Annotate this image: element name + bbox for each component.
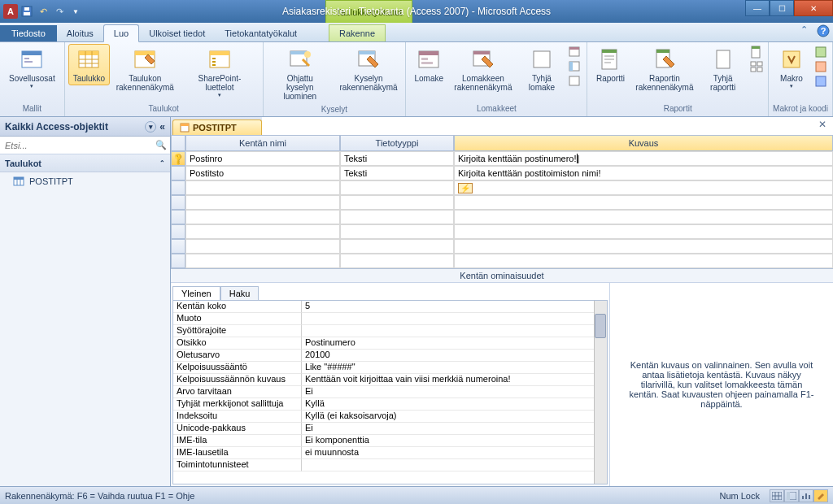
field-desc-2[interactable]: Kirjoita kenttään postitoimiston nimi! xyxy=(454,166,833,180)
blank-cell[interactable] xyxy=(185,239,340,254)
property-row[interactable]: Unicode-pakkausEi xyxy=(173,423,607,435)
close-tab-button[interactable]: ✕ xyxy=(813,117,831,132)
property-value[interactable]: Ei xyxy=(302,423,607,435)
blank-cell[interactable] xyxy=(340,180,454,195)
blank-cell[interactable] xyxy=(185,210,340,224)
row-selector-empty[interactable] xyxy=(171,224,185,239)
maximize-button[interactable]: ☐ xyxy=(770,0,794,16)
report-wizard-icon[interactable] xyxy=(750,46,763,59)
blank-cell[interactable] xyxy=(340,224,454,239)
property-value[interactable]: 5 xyxy=(302,301,607,313)
redo-icon[interactable]: ↷ xyxy=(52,4,67,19)
property-row[interactable]: Tyhjät merkkijonot sallittujaKyllä xyxy=(173,398,607,411)
property-value[interactable]: Kyllä xyxy=(302,398,607,411)
application-parts-button[interactable]: Sovellusosat ▾ xyxy=(3,44,61,92)
row-selector-empty[interactable] xyxy=(171,195,185,210)
blank-cell[interactable] xyxy=(454,239,833,254)
sharepoint-lists-button[interactable]: SharePoint-luettelot ▾ xyxy=(180,44,259,101)
property-row[interactable]: Oletusarvo20100 xyxy=(173,350,607,362)
query-design-button[interactable]: Kyselyn rakennenäkymä xyxy=(335,44,402,94)
access-app-icon[interactable]: A xyxy=(3,4,18,19)
minimize-button[interactable]: — xyxy=(745,0,770,16)
blank-cell[interactable] xyxy=(340,210,454,224)
navpane-group-tables[interactable]: Taulukot ⌃ xyxy=(0,154,170,172)
blank-cell[interactable] xyxy=(454,195,833,210)
minimize-ribbon-icon[interactable]: ⌃ xyxy=(800,24,813,37)
property-row[interactable]: Toimintotunnisteet xyxy=(173,459,607,471)
blank-cell[interactable] xyxy=(185,224,340,239)
row-selector-empty[interactable] xyxy=(171,239,185,254)
tab-design[interactable]: Rakenne xyxy=(329,24,386,41)
row-selector-2[interactable] xyxy=(171,166,185,180)
property-row[interactable]: OtsikkoPostinumero xyxy=(173,337,607,350)
labels-icon[interactable] xyxy=(750,60,763,73)
group-collapse-icon[interactable]: ⌃ xyxy=(159,159,165,167)
report-design-button[interactable]: Raportin rakennenäkymä xyxy=(631,44,697,94)
tab-database-tools[interactable]: Tietokantatyökalut xyxy=(215,25,307,41)
field-type-1[interactable]: Teksti xyxy=(340,151,454,166)
blank-cell[interactable] xyxy=(185,254,340,268)
tab-home[interactable]: Aloitus xyxy=(57,25,103,41)
property-row[interactable]: IndeksoituKyllä (ei kaksoisarvoja) xyxy=(173,411,607,423)
pivot-chart-view-button[interactable] xyxy=(799,489,813,502)
datasheet-view-button[interactable] xyxy=(770,489,784,502)
design-view-button[interactable] xyxy=(813,489,828,502)
more-forms-icon[interactable] xyxy=(569,75,582,88)
blank-report-button[interactable]: Tyhjä raportti xyxy=(699,44,747,94)
property-value[interactable] xyxy=(302,313,607,325)
form-button[interactable]: Lomake xyxy=(409,44,448,85)
tab-create[interactable]: Luo xyxy=(103,24,139,42)
doc-tab-postitpt[interactable]: POSTITPT xyxy=(172,119,262,135)
property-value[interactable]: 20100 xyxy=(302,350,607,362)
save-icon[interactable] xyxy=(20,4,34,19)
field-type-2[interactable]: Teksti xyxy=(340,166,454,180)
table-button[interactable]: Taulukko xyxy=(68,44,110,85)
vba-icon[interactable] xyxy=(814,75,827,88)
blank-cell[interactable] xyxy=(454,224,833,239)
property-value[interactable]: Postinumero xyxy=(302,337,607,350)
property-row[interactable]: IME-tilaEi komponenttia xyxy=(173,435,607,447)
property-value[interactable]: ei muunnosta xyxy=(302,447,607,459)
pivot-table-view-button[interactable] xyxy=(784,489,799,502)
field-name-2[interactable]: Postitsto xyxy=(185,166,340,180)
row-selector-1[interactable]: 🔑 xyxy=(171,151,185,166)
help-icon[interactable]: ? xyxy=(817,24,830,37)
blank-cell[interactable] xyxy=(340,195,454,210)
blank-cell[interactable] xyxy=(185,195,340,210)
scrollbar-thumb[interactable] xyxy=(595,314,606,338)
tab-external-data[interactable]: Ulkoiset tiedot xyxy=(139,25,215,41)
form-design-button[interactable]: Lomakkeen rakennenäkymä xyxy=(450,44,516,94)
property-row[interactable]: Muoto xyxy=(173,313,607,325)
property-value[interactable] xyxy=(302,325,607,337)
property-row[interactable]: Kelpoisuussäännön kuvausKenttään voit ki… xyxy=(173,374,607,386)
blank-cell[interactable] xyxy=(454,210,833,224)
property-row[interactable]: Kentän koko5 xyxy=(173,301,607,313)
property-value[interactable]: Kyllä (ei kaksoisarvoja) xyxy=(302,411,607,423)
field-desc-1[interactable]: Kirjoita kenttään postinumero!| xyxy=(454,151,833,166)
property-scrollbar[interactable] xyxy=(594,301,607,484)
module-icon[interactable] xyxy=(814,46,827,59)
prop-tab-general[interactable]: Yleinen xyxy=(172,286,220,301)
navpane-item-postitpt[interactable]: POSTITPT xyxy=(0,172,170,190)
smart-tag-icon[interactable]: ⚡ xyxy=(458,183,473,193)
field-name-1[interactable]: Postinro xyxy=(185,151,340,166)
property-value[interactable]: Ei komponenttia xyxy=(302,435,607,447)
property-row[interactable]: KelpoisuussääntöLike "#####" xyxy=(173,362,607,374)
table-design-button[interactable]: Taulukon rakennenäkymä xyxy=(111,44,178,94)
property-value[interactable]: Like "#####" xyxy=(302,362,607,374)
undo-icon[interactable]: ↶ xyxy=(36,4,50,19)
search-input[interactable] xyxy=(0,139,152,152)
blank-cell[interactable] xyxy=(340,254,454,268)
blank-form-button[interactable]: Tyhjä lomake xyxy=(518,44,566,94)
property-value[interactable]: Ei xyxy=(302,386,607,398)
property-row[interactable]: Syöttörajoite xyxy=(173,325,607,337)
blank-cell[interactable] xyxy=(454,254,833,268)
blank-cell[interactable] xyxy=(340,239,454,254)
row-selector-empty[interactable] xyxy=(171,210,185,224)
property-value[interactable] xyxy=(302,459,607,471)
report-button[interactable]: Raportti xyxy=(591,44,630,85)
property-row[interactable]: Arvo tarvitaanEi xyxy=(173,386,607,398)
qat-dropdown-icon[interactable]: ▼ xyxy=(68,4,83,19)
form-wizard-icon[interactable] xyxy=(569,46,582,59)
close-button[interactable]: ✕ xyxy=(794,0,833,16)
